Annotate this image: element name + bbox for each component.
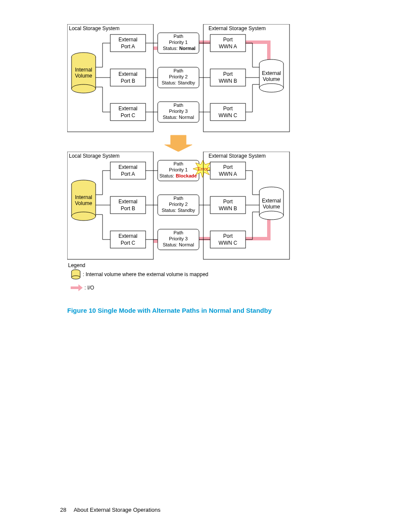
page-number: 28 <box>55 507 66 513</box>
path2-l2: Priority 2 <box>169 74 187 79</box>
path2-2-l1: Path <box>174 196 184 201</box>
svg-point-62 <box>72 276 80 279</box>
local-storage-label-2: Local Storage System <box>69 153 119 159</box>
external-volume-2-l2: Volume <box>263 204 280 210</box>
wwn-a-2-l1: Port <box>223 164 233 170</box>
path1-l3b: Normal <box>179 46 196 51</box>
wwn-b-l1: Port <box>223 71 233 77</box>
path2-l3: Status: Standby <box>162 80 195 85</box>
port-c-l2: Port C <box>121 112 135 118</box>
path1-l2: Priority 1 <box>169 40 187 45</box>
port-c-l1: External <box>118 106 137 112</box>
internal-volume-2-l1: Internal <box>75 194 92 200</box>
path3-2-l3: Status: Normal <box>163 242 194 247</box>
port-a-l2: Port A <box>121 44 135 50</box>
external-storage-label-2: External Storage System <box>209 153 266 159</box>
port-b-2-l2: Port B <box>121 205 135 212</box>
wwn-a-l2: WWN A <box>219 44 237 50</box>
external-volume-2-l1: External <box>262 198 281 204</box>
external-storage-label: External Storage System <box>209 25 266 31</box>
legend-title: Legend <box>68 262 85 268</box>
error-label: Error <box>198 166 209 171</box>
external-volume-l2: Volume <box>263 76 280 82</box>
port-c-2-l2: Port C <box>121 240 135 246</box>
legend-io: : I/O <box>84 285 94 291</box>
port-a-2-l2: Port A <box>121 171 135 177</box>
port-b-l1: External <box>118 71 137 77</box>
svg-point-57 <box>259 211 283 220</box>
path1-l1: Path <box>174 34 184 39</box>
path3-l3: Status: Normal <box>163 115 194 120</box>
wwn-c-2-l1: Port <box>223 233 233 239</box>
svg-point-6 <box>72 84 96 93</box>
wwn-a-l1: Port <box>223 37 233 43</box>
path2-2-l2: Priority 2 <box>169 202 187 207</box>
diagram-1: Local Storage System Internal Volume Ext… <box>67 24 307 152</box>
path3-2-l1: Path <box>174 230 184 235</box>
path1-l3a: Status: <box>163 46 177 51</box>
svg-marker-28 <box>165 135 192 152</box>
local-storage-label: Local Storage System <box>69 25 119 31</box>
page-footer: 28 About External Storage Operations <box>55 507 161 513</box>
diagram-2: Local Storage System Internal Volume Ext… <box>67 152 307 300</box>
internal-volume-l2: Volume <box>75 73 92 79</box>
wwn-b-2-l2: WWN B <box>219 205 237 212</box>
wwn-a-2-l2: WWN A <box>219 171 237 177</box>
wwn-c-l2: WWN C <box>218 112 237 118</box>
figure-caption: Figure 10 Single Mode with Alternate Pat… <box>67 307 272 314</box>
path1-2-l3b: Blockade <box>176 173 197 178</box>
path1-2-l2: Priority 1 <box>169 167 187 172</box>
wwn-c-l1: Port <box>223 106 233 112</box>
port-c-2-l1: External <box>118 233 137 239</box>
legend-cyl: : Internal volume where the external vol… <box>83 271 209 277</box>
internal-volume-2-l2: Volume <box>75 200 92 206</box>
wwn-b-l2: WWN B <box>219 78 237 84</box>
port-b-2-l1: External <box>118 199 137 205</box>
svg-point-35 <box>72 212 96 221</box>
path1-2-l1: Path <box>174 161 184 166</box>
port-a-l1: External <box>118 37 137 43</box>
svg-marker-64 <box>78 284 83 291</box>
port-a-2-l1: External <box>118 164 137 170</box>
path3-l2: Priority 3 <box>169 109 187 114</box>
internal-volume-l1: Internal <box>75 67 92 73</box>
path3-2-l2: Priority 3 <box>169 236 187 241</box>
path1-2-l3a: Status: <box>159 173 174 178</box>
path2-l1: Path <box>174 68 184 73</box>
section-title: About External Storage Operations <box>74 507 161 513</box>
external-volume-l1: External <box>262 70 281 76</box>
port-b-l2: Port B <box>121 78 135 84</box>
page: Local Storage System Internal Volume Ext… <box>0 0 411 532</box>
svg-point-27 <box>259 84 283 92</box>
wwn-c-2-l2: WWN C <box>218 240 237 246</box>
path2-2-l3: Status: Standby <box>162 208 195 213</box>
wwn-b-2-l1: Port <box>223 199 233 205</box>
path3-l1: Path <box>174 103 184 108</box>
